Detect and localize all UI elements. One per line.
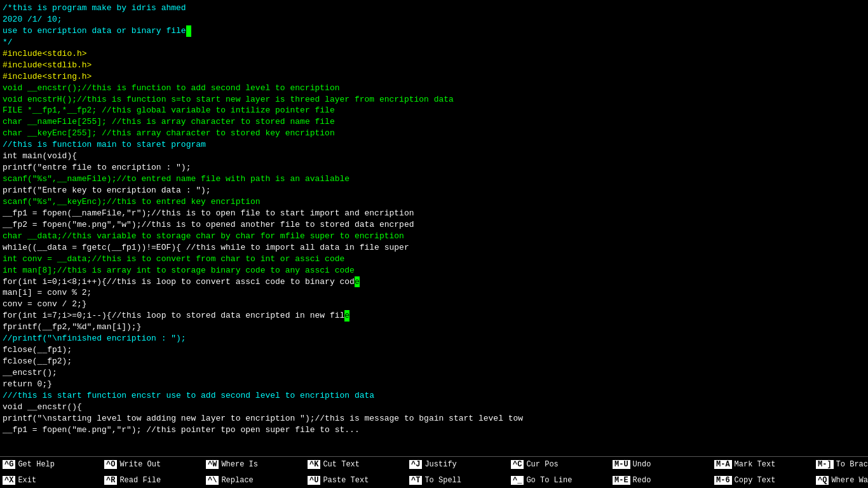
- shortcut-label: Replace: [221, 476, 253, 485]
- code-line: #include<stdlib.h>: [3, 60, 865, 71]
- shortcut-item[interactable]: M-]To Bracket: [816, 460, 868, 469]
- shortcut-label: Mark Text: [735, 460, 776, 469]
- code-line: fprintf(__fp2,"%d",man[i]);}: [3, 322, 865, 333]
- shortcut-key: ^O: [104, 460, 117, 469]
- shortcut-key: M-A: [714, 460, 732, 469]
- code-line: __fp2 = fopen("me.png","w");//this is to…: [3, 219, 865, 231]
- code-line: char __data;//this variable to storage c…: [3, 231, 865, 242]
- shortcut-item[interactable]: ^QWhere Was: [816, 476, 868, 485]
- shortcut-item[interactable]: ^TTo Spell: [409, 476, 508, 485]
- shortcut-label: Cut Text: [323, 460, 360, 469]
- cursor: e: [344, 310, 349, 322]
- shortcut-key: ^X: [3, 476, 15, 485]
- shortcut-key: M-6: [714, 476, 732, 485]
- shortcut-item[interactable]: M-ERedo: [613, 476, 711, 485]
- shortcut-label: Paste Text: [323, 476, 369, 485]
- code-line: use to encription data or binary file: [3, 25, 865, 37]
- code-line: while((__data = fgetc(__fp1))!=EOF){ //t…: [3, 242, 865, 254]
- shortcut-key: ^U: [308, 476, 320, 485]
- shortcut-key: ^Q: [816, 476, 829, 485]
- cursor: [186, 25, 191, 37]
- code-line: fclose(__fp2);: [3, 356, 865, 367]
- shortcut-item[interactable]: ^WWhere Is: [206, 460, 304, 469]
- code-line: */: [3, 37, 865, 48]
- code-line: __encstr();: [3, 367, 865, 379]
- shortcut-label: Where Is: [221, 460, 258, 469]
- shortcut-item[interactable]: ^OWrite Out: [104, 460, 203, 469]
- shortcut-label: To Bracket: [836, 460, 868, 469]
- shortcut-key: ^K: [308, 460, 320, 469]
- code-editor: /*this is program make by idris ahmed202…: [0, 1, 868, 452]
- shortcut-label: Justify: [424, 460, 456, 469]
- shortcut-key: ^W: [206, 460, 219, 469]
- code-line: __fp1 = fopen(__nameFile,"r");//this is …: [3, 208, 865, 219]
- code-line: char __nameFile[255]; //this is array ch…: [3, 116, 865, 128]
- code-line: void __encstr(){: [3, 402, 865, 413]
- shortcut-key: ^T: [409, 476, 422, 485]
- code-line: FILE *__fp1,*__fp2; //this global variab…: [3, 105, 865, 116]
- shortcut-item[interactable]: ^UPaste Text: [308, 476, 406, 485]
- code-line: void encstrH();//this is function s=to s…: [3, 94, 865, 105]
- shortcut-key: ^J: [409, 460, 422, 469]
- shortcut-key: M-]: [816, 460, 834, 469]
- shortcut-item[interactable]: ^_Go To Line: [511, 476, 609, 485]
- shortcut-key: ^_: [511, 476, 524, 485]
- shortcut-row: ^GGet Help^OWrite Out^WWhere Is^KCut Tex…: [0, 457, 868, 473]
- code-line: 2020 /1/ 10;: [3, 14, 865, 25]
- shortcut-label: Get Help: [18, 460, 55, 469]
- code-line: #include<string.h>: [3, 71, 865, 83]
- code-line: ///this is start function encstr use to …: [3, 390, 865, 402]
- code-line: printf("Entre key to encription data : "…: [3, 185, 865, 196]
- shortcut-label: To Spell: [424, 476, 461, 485]
- shortcut-label: Undo: [633, 460, 651, 469]
- shortcut-item[interactable]: M-UUndo: [613, 460, 711, 469]
- shortcut-item[interactable]: M-AMark Text: [714, 460, 813, 469]
- code-line: __fp1 = fopen("me.png","r"); //this poin…: [3, 424, 865, 436]
- shortcut-item[interactable]: ^JJustify: [409, 460, 508, 469]
- code-line: scanf("%s",__nameFile);//to entred name …: [3, 173, 865, 185]
- code-line: /*this is program make by idris ahmed: [3, 3, 865, 14]
- shortcut-label: Where Was: [831, 476, 868, 485]
- code-line: void __encstr();//this is function to ad…: [3, 83, 865, 94]
- shortcut-label: Go To Line: [526, 476, 572, 485]
- shortcut-label: Write Out: [119, 460, 161, 469]
- code-line: char __keyEnc[255]; //this array charact…: [3, 128, 865, 139]
- code-line: //this is function main to staret progra…: [3, 139, 865, 151]
- shortcut-label: Redo: [633, 476, 651, 485]
- code-line: printf("\nstarting level tow adding new …: [3, 413, 865, 424]
- code-line: //printf("\nfinished encription : ");: [3, 333, 865, 344]
- shortcut-key: ^C: [511, 460, 524, 469]
- code-line: int conv = __data;//this is to convert f…: [3, 254, 865, 265]
- shortcut-item[interactable]: ^GGet Help: [3, 460, 101, 469]
- code-line: #include<stdio.h>: [3, 48, 865, 60]
- code-line: fclose(__fp1);: [3, 344, 865, 356]
- code-line: printf("entre file to encription : ");: [3, 162, 865, 173]
- code-line: scanf("%s",__keyEnc);//this to entred ke…: [3, 196, 865, 208]
- shortcut-label: Cur Pos: [526, 460, 558, 469]
- shortcut-item[interactable]: ^KCut Text: [308, 460, 406, 469]
- shortcut-item[interactable]: ^\Replace: [206, 476, 304, 485]
- shortcut-key: M-U: [613, 460, 630, 469]
- shortcut-label: Exit: [18, 476, 36, 485]
- code-line: int main(void){: [3, 151, 865, 162]
- shortcut-key: ^R: [104, 476, 117, 485]
- shortcut-item[interactable]: ^CCur Pos: [511, 460, 609, 469]
- code-line: return 0;}: [3, 379, 865, 390]
- code-line: conv = conv / 2;}: [3, 299, 865, 310]
- code-line: for(int i=0;i<8;i++){//this is loop to c…: [3, 276, 865, 288]
- shortcut-bar: ^GGet Help^OWrite Out^WWhere Is^KCut Tex…: [0, 456, 868, 488]
- code-line: man[i] = conv % 2;: [3, 287, 865, 299]
- shortcut-label: Read File: [119, 476, 161, 485]
- cursor: e: [355, 276, 360, 288]
- shortcut-item[interactable]: ^XExit: [3, 476, 101, 485]
- code-line: for(int i=7;i>=0;i--){//this loop to sto…: [3, 310, 865, 322]
- shortcut-row: ^XExit^RRead File^\Replace^UPaste Text^T…: [0, 473, 868, 489]
- shortcut-item[interactable]: M-6Copy Text: [714, 476, 813, 485]
- code-line: int man[8];//this is array int to storag…: [3, 265, 865, 276]
- shortcut-key: M-E: [613, 476, 630, 485]
- shortcut-label: Copy Text: [735, 476, 776, 485]
- shortcut-item[interactable]: ^RRead File: [104, 476, 203, 485]
- shortcut-key: ^\: [206, 476, 219, 485]
- shortcut-key: ^G: [3, 460, 15, 469]
